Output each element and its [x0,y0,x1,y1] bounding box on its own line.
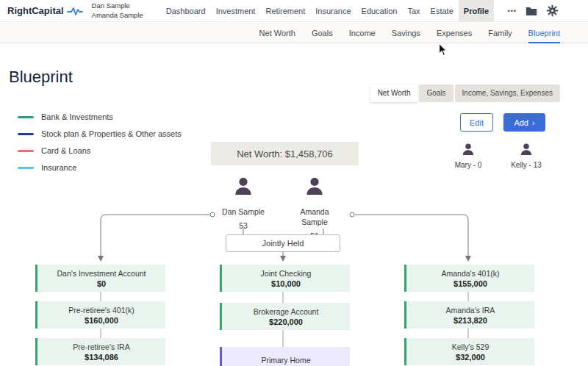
person-icon [304,175,326,197]
person-amanda[interactable]: Amanda Sample 51 [291,175,338,240]
chevron-right-icon: › [532,118,535,127]
settings-button[interactable] [546,4,559,17]
account-name: Pre-retiree's IRA [73,342,129,351]
subnav-family[interactable]: Family [488,23,512,43]
person-dan[interactable]: Dan Sample 53 [220,175,267,230]
nav-profile[interactable]: Profile [459,0,494,22]
legend-label: Stock plan & Properties & Other assets [41,129,182,138]
nav-dashboard[interactable]: Dashboard [161,0,211,22]
account-value: $220,000 [269,317,303,326]
legend-swatch-insurance [18,167,34,169]
legend-item-bank: Bank & Investments [18,112,182,121]
person-icon [519,142,534,157]
account-name: Joint Checking [261,269,312,278]
legend-item-card: Card & Loans [18,146,182,155]
account-name: Pre-retiree's 401(k) [68,306,135,315]
person-icon [232,175,254,197]
subnav-expenses[interactable]: Expenses [437,23,472,43]
main-nav: Dashboard Investment Retirement Insuranc… [161,0,494,22]
subnav-income[interactable]: Income [349,23,376,43]
subnav-net-worth[interactable]: Net Worth [259,23,295,43]
tab-net-worth[interactable]: Net Worth [370,85,418,102]
account-name: Primary Home [261,356,310,365]
profile-sub-nav: Net Worth Goals Income Savings Expenses … [0,23,588,43]
account-card-primary-home[interactable]: Primary Home [220,347,350,366]
account-value: $10,000 [271,279,301,288]
account-card-brokerage[interactable]: Brokerage Account $220,000 [220,303,350,330]
account-name: Kelly's 529 [452,342,489,351]
blueprint-view-tabs: Net Worth Goals Income, Savings, Expense… [370,85,560,102]
edit-button[interactable]: Edit [460,113,493,132]
account-name: Brokerage Account [254,307,319,316]
legend-swatch-card [18,150,34,152]
legend-item-stock: Stock plan & Properties & Other assets [18,129,182,138]
tab-income-savings-expenses[interactable]: Income, Savings, Expenses [455,85,560,102]
nav-retirement[interactable]: Retirement [260,0,310,22]
legend-label: Insurance [41,163,76,172]
client-name-1: Dan Sample [92,1,143,10]
person-name: Amanda Sample [291,207,338,227]
nav-estate[interactable]: Estate [426,0,459,22]
nav-insurance[interactable]: Insurance [310,0,356,22]
account-card-kelly-529[interactable]: Kelly's 529 $32,000 [404,338,534,365]
screen: RightCapital Dan Sample Amanda Sample Da… [0,0,588,366]
mouse-cursor [438,43,448,60]
subnav-savings[interactable]: Savings [392,23,420,43]
tab-goals[interactable]: Goals [419,85,453,102]
gear-icon [546,4,559,17]
person-age: 53 [220,221,267,230]
account-value: $32,000 [456,353,485,362]
page-title: Blueprint [9,68,73,87]
account-value: $160,000 [85,316,118,325]
legend-label: Card & Loans [41,146,90,155]
account-card-dan-investment[interactable]: Dan's Investment Account $0 [35,265,165,292]
rightcapital-logo[interactable]: RightCapital [7,5,83,16]
account-card-amanda-ira[interactable]: Amanda's IRA $213,820 [404,301,534,329]
pulse-icon [67,6,83,16]
nav-investment[interactable]: Investment [211,0,261,22]
logo-text: RightCapital [7,5,64,16]
jointly-held-label: Jointly Held [226,234,340,252]
person-name: Dan Sample [220,207,267,217]
client-selector[interactable]: Dan Sample Amanda Sample [92,1,143,20]
folder-button[interactable] [526,6,537,15]
nav-education[interactable]: Education [356,0,403,22]
child-label: Kelly - 13 [503,161,550,169]
legend-item-insurance: Insurance [18,163,182,172]
account-card-amanda-401k[interactable]: Amanda's 401(k) $155,000 [404,265,534,292]
folder-icon [526,6,537,15]
add-button[interactable]: Add› [503,113,545,132]
person-icon [461,142,476,157]
account-name: Amanda's IRA [446,306,495,315]
account-value: $155,000 [453,279,487,288]
legend-label: Bank & Investments [41,112,113,121]
account-value: $134,086 [85,353,118,362]
subnav-goals[interactable]: Goals [312,23,333,43]
account-value: $213,820 [453,316,487,325]
child-mary[interactable]: Mary - 0 [445,142,492,169]
account-card-joint-checking[interactable]: Joint Checking $10,000 [220,265,350,292]
account-card-dan-401k[interactable]: Pre-retiree's 401(k) $160,000 [35,301,165,329]
top-bar: RightCapital Dan Sample Amanda Sample Da… [0,0,588,22]
account-name: Dan's Investment Account [57,269,146,278]
account-value: $0 [97,279,106,288]
account-card-dan-ira[interactable]: Pre-retiree's IRA $134,086 [35,338,165,365]
legend-swatch-bank [18,116,34,118]
subnav-blueprint[interactable]: Blueprint [528,23,560,43]
legend: Bank & Investments Stock plan & Properti… [18,112,182,172]
nav-tax[interactable]: Tax [402,0,425,22]
legend-swatch-stock [18,133,34,135]
topbar-icons: ••• [508,4,559,17]
client-name-2: Amanda Sample [92,11,143,20]
account-name: Amanda's 401(k) [441,269,499,278]
more-menu-button[interactable]: ••• [508,7,517,15]
net-worth-total: Net Worth: $1,458,706 [211,142,359,165]
child-kelly[interactable]: Kelly - 13 [503,142,550,169]
child-label: Mary - 0 [445,161,492,169]
add-button-label: Add [514,118,528,127]
